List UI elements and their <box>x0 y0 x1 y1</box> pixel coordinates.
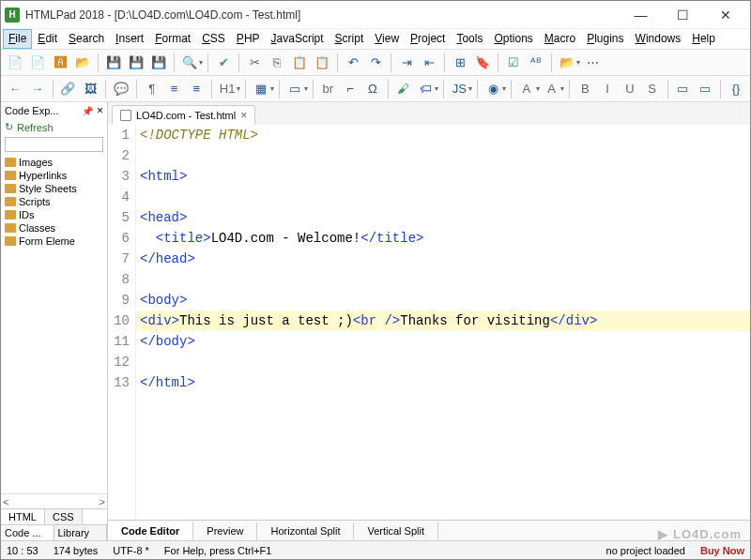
code-line[interactable] <box>136 187 750 207</box>
menu-project[interactable]: Project <box>405 29 451 49</box>
list-ol-button[interactable]: ≡ <box>186 79 207 99</box>
sidebar-tab-css[interactable]: CSS <box>45 509 83 524</box>
redo-button[interactable]: ↷ <box>365 53 386 73</box>
tree-item-style-sheets[interactable]: Style Sheets <box>3 182 105 195</box>
open-folder-button[interactable]: 📂 <box>72 53 93 73</box>
form-button[interactable]: ▭ <box>284 79 305 99</box>
save-as-button[interactable]: 💾 <box>148 53 169 73</box>
paint-button[interactable]: 🖌 <box>393 79 414 99</box>
file-tab-close-icon[interactable]: × <box>240 109 247 122</box>
menu-help[interactable]: Help <box>686 29 721 49</box>
comment-button[interactable]: 💬 <box>111 79 131 99</box>
dropdown-arrow-icon[interactable]: ▾ <box>536 84 540 93</box>
omega-button[interactable]: Ω <box>362 79 383 99</box>
menu-css[interactable]: CSS <box>196 29 231 49</box>
dropdown-arrow-icon[interactable]: ▾ <box>270 84 274 93</box>
code-line[interactable]: <html> <box>136 166 750 187</box>
tree-item-scripts[interactable]: Scripts <box>3 195 105 208</box>
code-editor[interactable]: 12345678910111213 <!DOCTYPE HTML> <html>… <box>108 125 750 520</box>
code-line[interactable]: <title>LO4D.com - Welcome!</title> <box>136 228 750 249</box>
menu-edit[interactable]: Edit <box>32 29 63 49</box>
code-line[interactable] <box>136 145 750 166</box>
menu-tools[interactable]: Tools <box>451 29 488 49</box>
minimize-button[interactable]: — <box>620 2 662 28</box>
view-tab-code-editor[interactable]: Code Editor <box>108 522 193 539</box>
menu-php[interactable]: PHP <box>231 29 266 49</box>
dropdown-arrow-icon[interactable]: ▾ <box>199 58 203 67</box>
panel-close-icon[interactable]: × <box>97 104 103 117</box>
underline-button[interactable]: U <box>620 79 640 99</box>
image-button[interactable]: 🖼 <box>80 79 100 99</box>
font-a-button[interactable]: A <box>516 79 537 99</box>
bold-button[interactable]: B <box>575 79 595 99</box>
btn1-button[interactable]: ▭ <box>673 79 694 99</box>
forward-button[interactable]: → <box>27 79 48 99</box>
rgb-button[interactable]: ◉ <box>483 79 503 99</box>
bookmark-button[interactable]: 🔖 <box>472 53 493 73</box>
code-line[interactable]: <!DOCTYPE HTML> <box>136 125 750 145</box>
code-line[interactable] <box>136 269 750 290</box>
paste-special-button[interactable]: 📋 <box>312 53 332 73</box>
corner-button[interactable]: ⌐ <box>340 79 360 99</box>
file-tab[interactable]: LO4D.com - Test.html × <box>112 105 255 125</box>
paste-button[interactable]: 📋 <box>289 53 310 73</box>
code-line[interactable]: <div>This is just a test ;)<br />Thanks … <box>136 310 750 331</box>
dropdown-arrow-icon[interactable]: ▾ <box>502 84 506 93</box>
sidebar-scrollbar[interactable]: < > <box>1 493 107 508</box>
back-button[interactable]: ← <box>5 79 25 99</box>
code-line[interactable]: </body> <box>136 331 750 352</box>
tree-item-images[interactable]: Images <box>3 156 105 169</box>
menu-insert[interactable]: Insert <box>110 29 149 49</box>
table-button[interactable]: ▦ <box>251 79 271 99</box>
refresh-button[interactable]: ↻ Refresh <box>1 119 107 135</box>
buy-now-link[interactable]: Buy Now <box>700 545 744 556</box>
code-line[interactable] <box>136 352 750 372</box>
copy-button[interactable]: ⎘ <box>267 53 287 73</box>
maximize-button[interactable]: ☐ <box>662 2 704 28</box>
menu-view[interactable]: View <box>369 29 405 49</box>
menu-search[interactable]: Search <box>63 29 110 49</box>
autocomplete-button[interactable]: ᴬᴮ <box>526 53 546 73</box>
link-button[interactable]: 🔗 <box>58 79 79 99</box>
btn2-button[interactable]: ▭ <box>695 79 715 99</box>
spellcheck-button[interactable]: ✔ <box>213 53 234 73</box>
pilcrow-button[interactable]: ¶ <box>142 79 162 99</box>
dropdown-arrow-icon[interactable]: ▾ <box>468 84 472 93</box>
menu-macro[interactable]: Macro <box>539 29 581 49</box>
menu-javascript[interactable]: JavaScript <box>266 29 330 49</box>
view-tab-preview[interactable]: Preview <box>193 522 257 539</box>
code-line[interactable]: </html> <box>136 372 750 393</box>
save-all-button[interactable]: 💾 <box>126 53 146 73</box>
toggle-button[interactable]: ⊞ <box>450 53 470 73</box>
view-tab-horizontal-split[interactable]: Horizontal Split <box>257 522 354 539</box>
font-a2-button[interactable]: A <box>542 79 562 99</box>
menu-file[interactable]: File <box>3 29 32 49</box>
outdent-button[interactable]: ⇤ <box>419 53 439 73</box>
sidebar-tab-html[interactable]: HTML <box>1 509 45 524</box>
menu-windows[interactable]: Windows <box>630 29 687 49</box>
italic-button[interactable]: I <box>597 79 618 99</box>
text-br-button[interactable]: br <box>317 79 338 99</box>
indent-button[interactable]: ⇥ <box>396 53 417 73</box>
dropdown-arrow-icon[interactable]: ▾ <box>576 58 580 67</box>
tag-button[interactable]: 🏷 <box>416 79 437 99</box>
tree-item-classes[interactable]: Classes <box>3 221 105 235</box>
explorer-search-input[interactable] <box>5 137 103 152</box>
new-doc-button[interactable]: 📄 <box>5 53 25 73</box>
tree-item-form-eleme[interactable]: Form Eleme <box>3 235 105 248</box>
menu-plugins[interactable]: Plugins <box>581 29 629 49</box>
view-tab-vertical-split[interactable]: Vertical Split <box>354 522 438 539</box>
sidebar-bottom-tab-library[interactable]: Library <box>54 525 108 540</box>
new-doc-alt-button[interactable]: 📄 <box>27 53 48 73</box>
cut-button[interactable]: ✂ <box>244 53 265 73</box>
dropdown-arrow-icon[interactable]: ▾ <box>435 84 438 93</box>
pin-icon[interactable]: 📌 <box>82 106 93 116</box>
ellipsis-button[interactable]: ⋯ <box>582 53 603 73</box>
menu-script[interactable]: Script <box>330 29 370 49</box>
menu-options[interactable]: Options <box>488 29 538 49</box>
sidebar-bottom-tab-code[interactable]: Code ... <box>1 525 54 540</box>
code-brackets-button[interactable]: {} <box>726 79 746 99</box>
code-lines[interactable]: <!DOCTYPE HTML> <html> <head> <title>LO4… <box>136 125 750 520</box>
tree-item-ids[interactable]: IDs <box>3 208 105 221</box>
doc-red-button[interactable]: 🅰 <box>50 53 70 73</box>
